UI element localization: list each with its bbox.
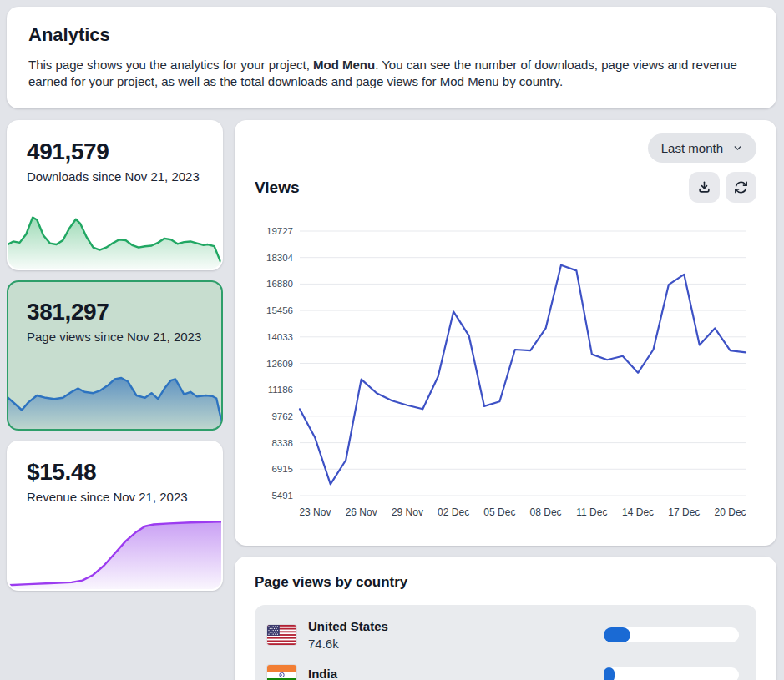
stat-card-downloads[interactable]: 491,579 Downloads since Nov 21, 2023 [7,120,223,270]
revenue-sparkline-chart [7,497,223,591]
stat-card-revenue[interactable]: $15.48 Revenue since Nov 21, 2023 [7,441,223,591]
country-progress-fill [604,627,630,642]
date-range-label: Last month [661,141,723,155]
y-axis-tick: 19727 [266,226,293,236]
views-line-series [300,265,746,485]
country-row-united-states: United States 74.6k [267,612,744,658]
country-info: United States 74.6k [308,619,388,651]
description-pre: This page shows you the analytics for yo… [28,58,313,72]
y-axis-tick: 16880 [266,279,293,289]
stat-column: 491,579 Downloads since Nov 21, 2023 381… [7,120,223,591]
views-panel: Last month Views [235,120,776,546]
page-description: This page shows you the analytics for yo… [28,57,755,90]
pageviews-sparkline-chart [7,372,223,431]
refresh-chart-button[interactable] [726,172,756,203]
page-title: Analytics [28,24,755,46]
analytics-header-card: Analytics This page shows you the analyt… [7,7,776,108]
x-axis-tick: 26 Nov [346,506,377,518]
date-range-dropdown[interactable]: Last month [648,133,756,163]
y-axis-tick: 14033 [266,332,293,342]
downloads-value: 491,579 [27,139,203,165]
x-axis-tick: 05 Dec [483,506,515,518]
views-chart-title: Views [255,179,300,197]
downloads-sparkline-chart [7,210,223,270]
x-axis-tick: 20 Dec [715,506,746,518]
pageviews-label: Page views since Nov 21, 2023 [27,329,203,345]
y-axis-tick: 6915 [271,464,293,474]
y-axis-tick: 15456 [266,305,293,315]
x-axis-tick: 11 Dec [576,506,607,518]
india-flag-icon [267,665,296,680]
download-chart-button[interactable] [689,172,720,203]
sparkline-area [7,521,223,591]
country-name: United States [308,619,388,633]
chevron-down-icon [732,143,743,154]
x-axis-tick: 17 Dec [668,506,700,518]
country-row-india: India [267,658,744,680]
x-axis-tick: 08 Dec [530,506,562,518]
country-progress-track [604,627,739,642]
project-name: Mod Menu [313,58,375,72]
main-content: 491,579 Downloads since Nov 21, 2023 381… [7,120,776,680]
revenue-value: $15.48 [27,459,203,486]
x-axis-tick: 02 Dec [438,506,469,518]
sparkline-area [7,378,223,431]
us-flag-icon [267,625,296,645]
y-axis-tick: 8338 [271,438,293,448]
views-title-row: Views [255,172,756,203]
country-progress-track [604,667,739,680]
views-line-chart: 5491691583389762111861260914033154561688… [255,203,756,524]
country-name: India [308,667,337,680]
stat-card-pageviews[interactable]: 381,297 Page views since Nov 21, 2023 [7,280,223,431]
download-icon [696,179,712,195]
country-pageviews-value: 74.6k [308,637,388,651]
y-axis-tick: 11186 [268,385,293,395]
country-panel: Page views by country [235,557,776,680]
downloads-label: Downloads since Nov 21, 2023 [27,169,203,184]
x-axis-tick: 23 Nov [299,506,331,518]
y-axis-tick: 12609 [266,359,293,369]
pageviews-value: 381,297 [27,299,203,325]
x-axis-tick: 29 Nov [392,506,423,518]
y-axis-tick: 5491 [271,491,293,501]
x-axis-tick: 14 Dec [622,506,654,518]
y-axis-tick: 18304 [266,253,294,263]
country-panel-title: Page views by country [255,574,756,591]
country-info: India [308,667,337,680]
refresh-icon [733,179,749,195]
country-progress-fill [604,667,615,680]
charts-column: Last month Views [235,120,776,680]
chart-actions [689,172,756,203]
y-axis-tick: 9762 [271,411,293,421]
range-selector-row: Last month [255,133,756,163]
country-list: United States 74.6k [255,605,756,680]
